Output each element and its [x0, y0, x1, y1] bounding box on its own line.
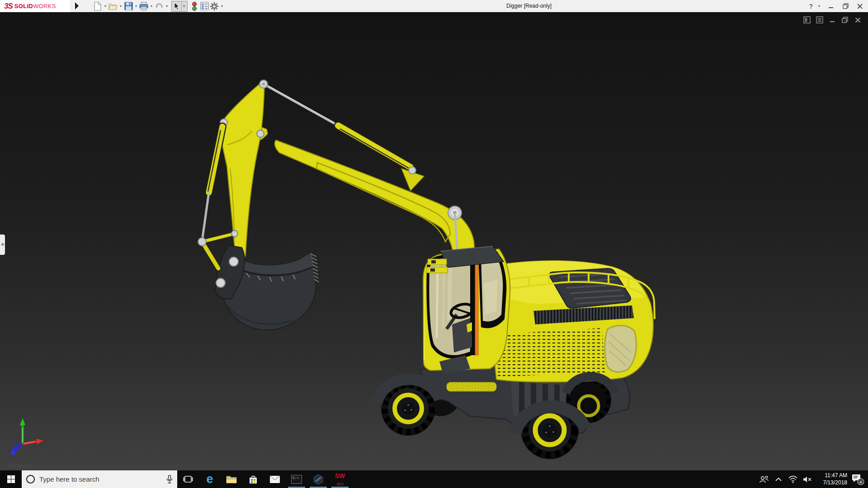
taskbar-command-prompt[interactable]: C:\ [286, 470, 307, 488]
file-properties-icon[interactable] [199, 1, 209, 11]
taskbar-solidworks[interactable]: SW 2017 [329, 470, 351, 488]
wifi-icon[interactable] [787, 470, 799, 488]
cab[interactable] [423, 246, 510, 374]
help-icon[interactable]: ? [809, 3, 813, 10]
model-3d-digger[interactable] [0, 13, 868, 470]
select-cursor-icon[interactable] [172, 1, 181, 11]
panel-flyout-tab[interactable] [0, 235, 5, 255]
windows-logo-icon [7, 475, 15, 483]
document-close-button[interactable] [854, 16, 862, 24]
taskbar-mail[interactable] [264, 470, 286, 488]
close-button[interactable] [854, 2, 865, 11]
document-window-controls [803, 16, 862, 24]
graphics-viewport[interactable]: *Dimetric [0, 13, 868, 470]
open-dropdown[interactable]: ▾ [118, 4, 123, 8]
bucket-hydraulic-cylinder[interactable] [202, 127, 222, 241]
pane-toggle-1-icon[interactable] [803, 16, 811, 24]
taskbar-search[interactable]: Type here to search [22, 470, 177, 488]
new-document-dropdown[interactable]: ▾ [103, 4, 108, 8]
orientation-triad [5, 416, 45, 457]
document-minimize-button[interactable] [828, 16, 836, 24]
taskbar-clock[interactable]: 11:47 AM 7/13/2018 [816, 472, 848, 486]
taskbar-edrawings[interactable] [307, 470, 329, 488]
clock-date: 7/13/2018 [823, 479, 847, 486]
restore-button[interactable] [840, 2, 851, 11]
edge-icon: e [206, 473, 213, 485]
triad-y-axis [20, 418, 25, 444]
taskbar-file-explorer[interactable] [221, 470, 242, 488]
title-bar: 3S SOLIDWORKS ▾ ▾ ▾ ▾ ▾ [0, 0, 868, 12]
undo-dropdown[interactable]: ▾ [164, 4, 170, 8]
help-dropdown[interactable]: ▾ [816, 4, 822, 8]
step-tread [447, 382, 496, 391]
notification-badge: 4 [859, 479, 862, 484]
print-icon[interactable] [139, 1, 149, 11]
system-tray: 11:47 AM 7/13/2018 4 [758, 470, 868, 488]
minimize-button[interactable] [826, 2, 836, 11]
menu-flyout-arrow-icon[interactable] [75, 2, 79, 9]
solidworks-logo: 3S SOLIDWORKS [0, 0, 71, 12]
tray-overflow-chevron-icon[interactable] [772, 470, 785, 488]
cortana-icon [26, 475, 35, 483]
brand-works: WORKS [33, 3, 56, 9]
store-icon [248, 474, 258, 484]
solidworks-app-window: 3S SOLIDWORKS ▾ ▾ ▾ ▾ ▾ [0, 0, 868, 488]
dassault-3s-logo-icon: 3S [4, 2, 13, 11]
solidworks-2017-icon: SW 2017 [335, 472, 345, 487]
windows-taskbar: Type here to search e [0, 470, 868, 488]
brand-solid: SOLID [14, 3, 33, 9]
task-view-icon [183, 475, 193, 484]
undo-icon[interactable] [154, 1, 164, 11]
save-dropdown[interactable]: ▾ [133, 4, 139, 8]
options-gear-icon[interactable] [209, 1, 219, 11]
people-icon[interactable] [758, 470, 770, 488]
microphone-icon[interactable] [166, 475, 173, 484]
bucket[interactable] [215, 245, 319, 330]
options-dropdown[interactable]: ▾ [219, 4, 225, 8]
taskbar-store[interactable] [242, 470, 264, 488]
open-icon[interactable] [108, 1, 118, 11]
file-explorer-icon [226, 475, 237, 484]
rear-access-opening [605, 325, 637, 372]
select-tool-group[interactable]: ▾ [171, 1, 188, 12]
door-pillar-orange [475, 255, 478, 355]
start-button[interactable] [0, 470, 22, 488]
triad-x-axis [23, 439, 43, 444]
clock-time: 11:47 AM [825, 472, 847, 479]
taskbar-edge[interactable]: e [199, 470, 221, 488]
side-vents [495, 328, 605, 377]
command-prompt-icon: C:\ [291, 475, 302, 484]
new-document-icon[interactable] [93, 1, 103, 11]
search-placeholder: Type here to search [39, 475, 162, 483]
save-icon[interactable] [123, 1, 133, 11]
print-dropdown[interactable]: ▾ [149, 4, 154, 8]
taskbar-task-view[interactable] [177, 470, 199, 488]
edrawings-cube-icon [313, 474, 324, 485]
action-center-icon[interactable]: 4 [850, 470, 866, 488]
mail-icon [269, 475, 280, 483]
document-title: Digger [Read-only] [484, 3, 574, 9]
pane-toggle-2-icon[interactable] [816, 16, 824, 24]
view-orientation-label: *Dimetric [7, 462, 32, 469]
select-dropdown[interactable]: ▾ [182, 1, 187, 11]
triad-z-axis [10, 444, 23, 455]
volume-muted-icon[interactable] [801, 470, 814, 488]
rebuild-traffic-light-icon[interactable] [189, 1, 199, 11]
document-restore-button[interactable] [841, 16, 849, 24]
